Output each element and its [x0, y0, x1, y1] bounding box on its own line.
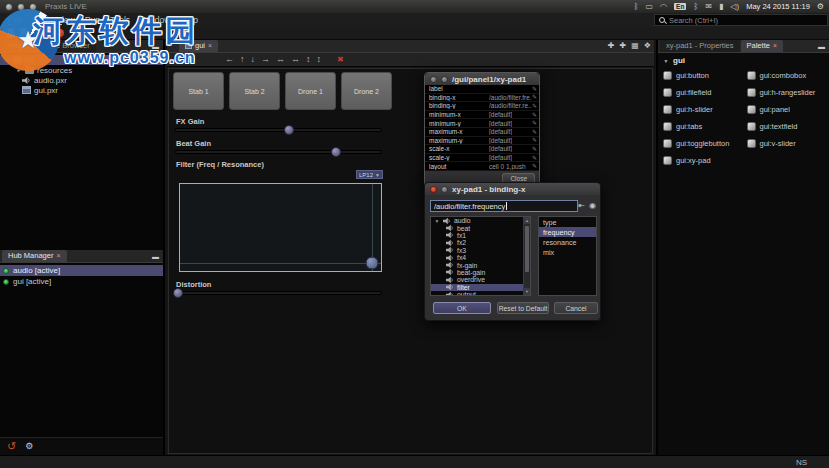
tray-icon[interactable]: ᛒ	[634, 2, 639, 11]
editor-corner-icon[interactable]: ✚	[608, 42, 615, 50]
palette-component[interactable]: gui:button	[660, 70, 744, 80]
edit-property-icon[interactable]: ✎	[532, 137, 537, 143]
minimize-panel-icon[interactable]: ▬	[152, 253, 159, 260]
editor-toolbar-icon[interactable]: ↕	[306, 55, 311, 64]
property-row[interactable]: binding-y /audio/filter.re... ✎	[425, 102, 539, 111]
dialog-close-icon[interactable]	[430, 186, 437, 193]
beat-gain-slider[interactable]	[175, 150, 382, 154]
property-row[interactable]: scale-x [default] ✎	[425, 145, 539, 154]
palette-component[interactable]: gui:textfield	[744, 121, 828, 131]
hub-row[interactable]: gui [active]	[0, 276, 163, 287]
hub-settings-gear-icon[interactable]: ⚙	[25, 442, 33, 451]
expander-icon[interactable]: ▾	[4, 57, 10, 63]
tree-scrollbar[interactable]: ▲ ▼	[523, 217, 530, 295]
scroll-up-icon[interactable]: ▲	[524, 217, 530, 224]
palette-component[interactable]: gui:togglebutton	[660, 138, 744, 148]
edit-property-icon[interactable]: ✎	[532, 163, 537, 169]
pad-button[interactable]: Stab 2	[229, 72, 280, 110]
tray-icon[interactable]: ◁)	[730, 2, 739, 11]
search-input[interactable]: Search (Ctrl+I)	[654, 14, 828, 26]
property-row[interactable]: label ✎	[425, 85, 539, 94]
minimize-panel-icon[interactable]: ▬	[818, 43, 825, 50]
editor-toolbar-icon[interactable]: →	[261, 55, 270, 64]
save-icon[interactable]	[33, 28, 41, 38]
palette-component[interactable]: gui:v-slider	[744, 138, 828, 148]
close-tab-icon[interactable]: ×	[773, 42, 777, 49]
property-value[interactable]: cell 0 1,push	[489, 163, 532, 170]
gui-file-row[interactable]: gui.pxr	[0, 85, 163, 95]
property-row[interactable]: layout cell 0 1,push ✎	[425, 162, 539, 171]
tab-projects[interactable]: Projects	[2, 40, 41, 52]
new-project-icon[interactable]	[7, 28, 15, 38]
xy-handle[interactable]	[365, 257, 378, 270]
tray-icon[interactable]: ᛒ	[693, 2, 698, 11]
editor-toolbar-icon[interactable]: ✖	[337, 56, 344, 64]
filter-type-combobox[interactable]: LP12 ▼	[356, 170, 383, 179]
insert-address-icon[interactable]: ⇤	[578, 201, 585, 210]
close-tab-icon[interactable]: ×	[208, 42, 212, 49]
palette-component[interactable]: gui:panel	[744, 104, 828, 114]
tray-icon[interactable]: ◠	[660, 2, 667, 11]
pad-button[interactable]: Drone 1	[285, 72, 336, 110]
property-value[interactable]: [default]	[489, 137, 532, 144]
expander-icon[interactable]: ▸	[16, 67, 22, 73]
fx-gain-slider[interactable]	[175, 128, 382, 132]
open-project-icon[interactable]	[20, 28, 28, 38]
address-input[interactable]: /audio/filter.frequency	[430, 200, 578, 212]
resources-row[interactable]: ▸ resources	[0, 65, 163, 75]
property-value[interactable]: [default]	[489, 128, 532, 135]
menu-item[interactable]: Edit	[27, 14, 52, 26]
editor-toolbar-icon[interactable]: ↑	[240, 55, 245, 64]
edit-property-icon[interactable]: ✎	[532, 129, 537, 135]
port-row[interactable]: frequency	[539, 227, 596, 237]
ok-button[interactable]: OK	[433, 302, 491, 314]
window-maximize-button[interactable]	[29, 3, 37, 11]
editor-toolbar-icon[interactable]: ←	[225, 55, 234, 64]
target-icon[interactable]: ◉	[589, 201, 596, 210]
editor-corner-icon[interactable]: ▦	[631, 42, 639, 50]
port-row[interactable]: type	[539, 217, 596, 227]
property-row[interactable]: scale-y [default] ✎	[425, 154, 539, 163]
property-row[interactable]: minimum-y [default] ✎	[425, 119, 539, 128]
palette-component[interactable]: gui:xy-pad	[660, 155, 744, 165]
edit-property-icon[interactable]: ✎	[532, 112, 537, 118]
audio-file-row[interactable]: audio.pxr	[0, 75, 163, 85]
property-value[interactable]: /audio/filter.fre...	[489, 94, 532, 101]
property-row[interactable]: binding-x /audio/filter.fre... ✎	[425, 94, 539, 103]
edit-property-icon[interactable]: ✎	[532, 94, 537, 100]
menu-item[interactable]: Window	[135, 14, 175, 26]
play-icon[interactable]	[77, 29, 84, 37]
menu-item[interactable]: File	[3, 14, 27, 26]
menu-item[interactable]: Help	[175, 14, 202, 26]
close-tab-icon[interactable]: ×	[56, 252, 60, 259]
tree-item-row[interactable]: output	[431, 291, 530, 296]
property-row[interactable]: maximum-y [default] ✎	[425, 137, 539, 146]
cancel-button[interactable]: Cancel	[554, 302, 598, 314]
menu-item[interactable]: View	[51, 14, 79, 26]
slider-thumb[interactable]	[173, 288, 183, 298]
property-value[interactable]: [default]	[489, 145, 532, 152]
window-minimize-button[interactable]	[17, 3, 25, 11]
editor-toolbar-icon[interactable]: ↕	[317, 55, 322, 64]
tab-gui-editor[interactable]: gui ×	[179, 40, 218, 52]
palette-component[interactable]: gui:h-slider	[660, 104, 744, 114]
project-root-row[interactable]: ▾ 03	[0, 55, 163, 65]
edit-property-icon[interactable]: ✎	[532, 146, 537, 152]
pad-button[interactable]: Drone 2	[341, 72, 392, 110]
property-value[interactable]: [default]	[489, 120, 532, 127]
tray-icon[interactable]: ✉	[705, 2, 712, 11]
record-icon[interactable]	[56, 29, 64, 37]
hub-row[interactable]: audio [active]	[0, 265, 163, 276]
palette-component[interactable]: gui:tabs	[660, 121, 744, 131]
edit-property-icon[interactable]: ✎	[532, 120, 537, 126]
property-value[interactable]: [default]	[489, 154, 532, 161]
palette-component[interactable]: gui:combobox	[744, 70, 828, 80]
expander-icon[interactable]: ▾	[663, 58, 669, 64]
xy-pad[interactable]	[179, 183, 382, 272]
palette-component[interactable]: gui:filefield	[660, 87, 744, 97]
editor-toolbar-icon[interactable]: ↓	[251, 55, 256, 64]
palette-component[interactable]: gui:h-rangeslider	[744, 87, 828, 97]
reset-to-default-button[interactable]: Reset to Default	[497, 302, 549, 314]
tab-xy-pad1-properties[interactable]: xy-pad1 - Properties	[660, 40, 740, 52]
dialog-titlebar[interactable]: xy-pad1 - binding-x	[425, 183, 600, 195]
